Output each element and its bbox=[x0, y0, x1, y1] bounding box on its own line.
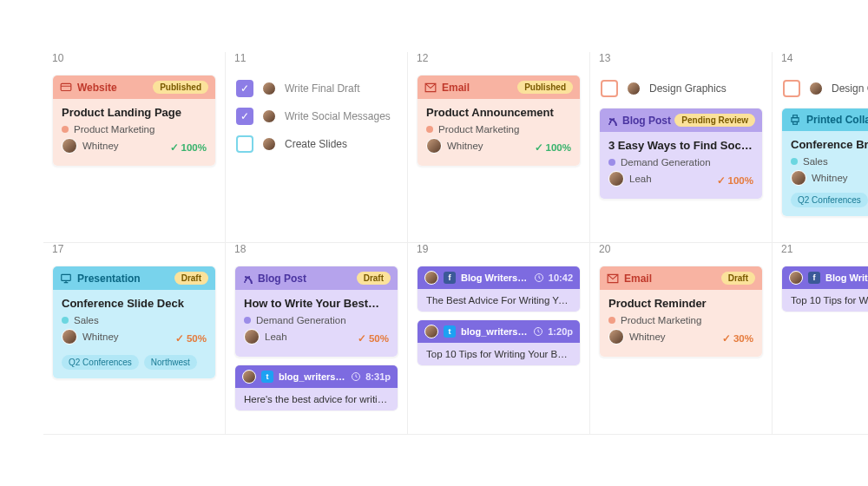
day-number: 12 bbox=[417, 52, 581, 64]
check-icon: ✓ bbox=[717, 174, 726, 187]
task-label: Write Social Messages bbox=[285, 110, 391, 122]
day-cell-21[interactable]: 21 f Blog Writers Top 10 Tips for Writin bbox=[773, 243, 868, 435]
day-cell-18[interactable]: 18 Blog Post Draft How to Write Your Bes… bbox=[226, 243, 408, 435]
checkbox-unchecked-icon[interactable] bbox=[236, 135, 253, 153]
day-number: 14 bbox=[781, 52, 868, 64]
social-post-card[interactable]: f Blog Writers Top 10 Tips for Writin bbox=[781, 266, 868, 312]
task-row[interactable]: ✓ Write Social Messages bbox=[234, 102, 398, 130]
facebook-icon: f bbox=[808, 272, 820, 284]
card-blog[interactable]: Blog Post Pending Review 3 Easy Ways to … bbox=[599, 108, 763, 200]
day-number: 18 bbox=[234, 243, 398, 255]
status-badge: Published bbox=[517, 81, 573, 94]
category-dot-icon bbox=[608, 317, 615, 324]
social-time: 8:31p bbox=[365, 371, 391, 382]
card-progress: ✓ 50% bbox=[358, 332, 389, 345]
card-owner: Whitney bbox=[62, 138, 119, 154]
avatar bbox=[62, 138, 77, 154]
task-label: Write Final Draft bbox=[285, 82, 359, 95]
social-post-text: The Best Advice For Writing Your…v bbox=[418, 289, 580, 312]
avatar bbox=[789, 271, 803, 285]
card-type: Email bbox=[442, 82, 470, 94]
tag[interactable]: Q2 Conferences bbox=[62, 355, 139, 370]
card-category: Sales bbox=[62, 315, 207, 325]
status-badge: Published bbox=[153, 81, 208, 94]
card-category: Demand Generation bbox=[608, 157, 753, 167]
status-badge: Draft bbox=[174, 272, 208, 285]
day-cell-11[interactable]: 11 ✓ Write Final Draft ✓ Write Social Me… bbox=[226, 52, 408, 243]
card-category: Product Marketing bbox=[426, 124, 571, 135]
blog-icon bbox=[607, 115, 617, 126]
card-type: Email bbox=[624, 273, 652, 285]
card-title: Product Announcement bbox=[426, 106, 571, 119]
svg-rect-5 bbox=[62, 274, 71, 280]
social-post-header: t blog_writers… 8:31p bbox=[235, 365, 398, 388]
card-owner: Whitney bbox=[426, 138, 483, 154]
svg-rect-4 bbox=[793, 122, 798, 124]
social-post-card[interactable]: t blog_writers… 1:20p Top 10 Tips for Wr… bbox=[417, 319, 581, 366]
checkbox-unchecked-icon[interactable] bbox=[783, 80, 800, 97]
task-row[interactable]: ✓ Write Final Draft bbox=[234, 75, 398, 102]
social-post-card[interactable]: f Blog Writers… 10:42 The Best Advice Fo… bbox=[417, 266, 581, 312]
checkbox-checked-icon[interactable]: ✓ bbox=[236, 80, 253, 97]
avatar bbox=[424, 271, 438, 285]
checkbox-checked-icon[interactable]: ✓ bbox=[236, 108, 253, 125]
task-row[interactable]: Design Graphics bbox=[599, 75, 763, 102]
task-row[interactable]: Design G bbox=[781, 75, 868, 102]
day-number: 10 bbox=[52, 52, 216, 64]
card-title: Product Landing Page bbox=[62, 106, 207, 119]
card-email[interactable]: Email Published Product Announcement Pro… bbox=[417, 75, 581, 167]
avatar bbox=[424, 325, 438, 338]
day-cell-20[interactable]: 20 Email Draft Product Reminder Product … bbox=[590, 243, 773, 435]
card-title: Conference Bro bbox=[791, 138, 868, 151]
card-presentation[interactable]: Presentation Draft Conference Slide Deck… bbox=[52, 266, 216, 379]
tag[interactable]: Q2 Conferences bbox=[791, 193, 868, 207]
day-cell-12[interactable]: 12 Email Published Product Announcement … bbox=[408, 52, 590, 243]
card-printed-collateral[interactable]: Printed Collat Conference Bro Sales Whit… bbox=[781, 108, 868, 217]
card-header: Email Draft bbox=[600, 266, 762, 290]
avatar bbox=[426, 138, 442, 154]
card-owner: Whitney bbox=[791, 170, 868, 186]
card-category: Demand Generation bbox=[244, 315, 389, 325]
presentation-icon bbox=[60, 273, 72, 285]
day-cell-13[interactable]: 13 Design Graphics Blog Post Pending Rev… bbox=[590, 52, 773, 243]
card-email[interactable]: Email Draft Product Reminder Product Mar… bbox=[599, 266, 763, 358]
tag[interactable]: Northwest bbox=[144, 355, 197, 370]
day-cell-10[interactable]: 10 Website Published Product Landing Pag… bbox=[43, 52, 226, 243]
card-category: Sales bbox=[791, 156, 868, 167]
card-progress: ✓ 100% bbox=[535, 141, 571, 154]
day-number: 21 bbox=[781, 243, 868, 255]
card-progress: ✓ 100% bbox=[170, 141, 207, 154]
social-account: blog_writers… bbox=[461, 326, 527, 337]
card-title: Conference Slide Deck bbox=[62, 297, 207, 310]
card-category: Product Marketing bbox=[62, 124, 207, 135]
card-type: Blog Post bbox=[258, 273, 306, 285]
website-icon bbox=[60, 82, 72, 94]
avatar bbox=[62, 329, 77, 345]
day-cell-19[interactable]: 19 f Blog Writers… 10:42 The Best Advice… bbox=[408, 243, 590, 435]
category-dot-icon bbox=[791, 158, 798, 165]
task-row[interactable]: Create Slides bbox=[234, 130, 398, 158]
twitter-icon: t bbox=[444, 325, 456, 338]
check-icon: ✓ bbox=[170, 141, 179, 154]
card-website[interactable]: Website Published Product Landing Page P… bbox=[52, 75, 216, 167]
clock-icon bbox=[533, 326, 543, 337]
card-category: Product Marketing bbox=[608, 315, 753, 325]
blog-icon bbox=[242, 273, 253, 284]
day-cell-14[interactable]: 14 Design G Printed Collat Conference Br… bbox=[773, 52, 868, 243]
checkbox-unchecked-icon[interactable] bbox=[601, 80, 618, 97]
check-icon: ✓ bbox=[175, 332, 184, 345]
social-post-text: Top 10 Tips for Writing Your Best… bbox=[418, 343, 580, 365]
category-dot-icon bbox=[608, 159, 615, 166]
social-post-card[interactable]: t blog_writers… 8:31p Here's the best ad… bbox=[234, 364, 398, 411]
social-time: 10:42 bbox=[549, 273, 573, 283]
facebook-icon: f bbox=[444, 272, 456, 284]
card-owner: Leah bbox=[608, 171, 652, 187]
day-cell-17[interactable]: 17 Presentation Draft Conference Slide D… bbox=[43, 243, 226, 435]
status-badge: Pending Review bbox=[674, 114, 755, 127]
social-post-header: f Blog Writers bbox=[782, 266, 868, 289]
avatar bbox=[809, 82, 823, 95]
card-title: How to Write Your Best… bbox=[244, 297, 389, 310]
card-header: Website Published bbox=[53, 76, 215, 99]
card-blog[interactable]: Blog Post Draft How to Write Your Best… … bbox=[234, 266, 398, 358]
card-progress: ✓ 100% bbox=[717, 174, 753, 187]
